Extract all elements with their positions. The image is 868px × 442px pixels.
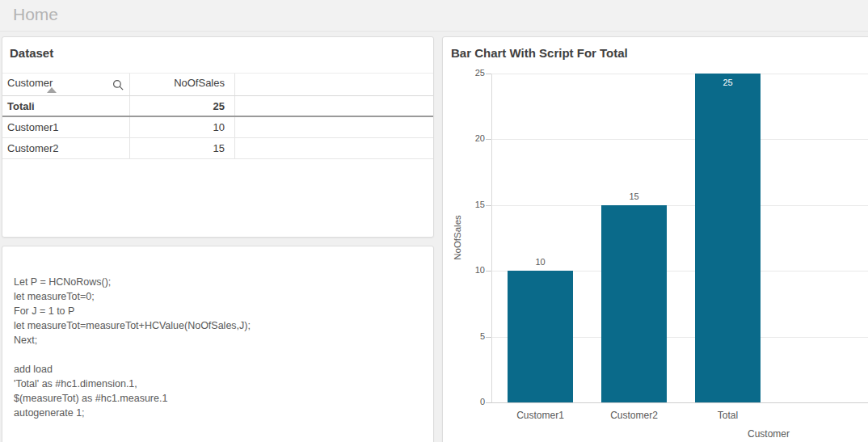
y-tick-mark	[486, 271, 491, 272]
y-tick-label: 0	[443, 397, 485, 406]
customer-cell[interactable]: Totali	[2, 96, 130, 116]
bar[interactable]	[601, 205, 667, 402]
table-row: Customer110	[2, 117, 433, 138]
script-line: Let P = HCNoRows();	[14, 275, 427, 289]
y-tick-mark	[486, 74, 491, 74]
sheet-title: Home	[13, 5, 58, 24]
script-line	[14, 347, 427, 362]
script-line: add load	[14, 362, 427, 377]
bar[interactable]	[508, 271, 573, 402]
sort-ascending-icon	[47, 87, 57, 93]
y-tick-label: 10	[443, 265, 485, 275]
chart-title: Bar Chart With Script For Total	[451, 46, 628, 60]
sales-cell: 10	[130, 117, 235, 137]
customer-cell[interactable]: Customer2	[2, 138, 130, 158]
filler-cell	[235, 117, 433, 137]
grid-line	[491, 74, 868, 74]
sales-cell: 15	[130, 138, 235, 158]
y-tick-mark	[486, 139, 491, 140]
bar[interactable]	[695, 74, 761, 402]
x-axis-category-label: Customer1	[492, 410, 589, 421]
bar-chart-panel: Bar Chart With Script For Total 05101520…	[442, 36, 868, 442]
script-line: For J = 1 to P	[14, 304, 427, 318]
dataset-panel-title: Dataset	[10, 46, 53, 60]
script-line: $(measureTot) as #hc1.measure.1	[14, 391, 427, 406]
y-tick-label: 15	[443, 200, 485, 209]
y-tick-mark	[486, 337, 491, 338]
grid-line	[491, 205, 868, 206]
bar-value-label: 15	[601, 192, 667, 201]
bar-value-label: 10	[508, 257, 573, 267]
bar-value-label: 25	[695, 78, 761, 87]
table-row: Customer215	[2, 138, 433, 159]
y-axis-title: NoOfSales	[453, 215, 462, 260]
y-tick-label: 5	[443, 331, 485, 341]
grid-line	[491, 139, 868, 140]
column-header-label: Customer	[7, 77, 53, 89]
x-axis-category-label: Total	[680, 410, 777, 421]
dataset-table: CustomerNoOfSalesTotali25Customer110Cust…	[2, 73, 433, 159]
script-panel: Let P = HCNoRows();let measureTot=0;For …	[2, 246, 434, 442]
y-tick-label: 20	[443, 133, 485, 143]
table-header-row: CustomerNoOfSales	[2, 73, 433, 96]
y-tick-label: 25	[443, 68, 485, 78]
dataset-panel: Dataset CustomerNoOfSalesTotali25Custome…	[2, 36, 434, 238]
script-line: let measureTot=measureTot+HCValue(NoOfSa…	[14, 318, 427, 333]
column-header-sales[interactable]: NoOfSales	[130, 74, 235, 95]
y-tick-mark	[486, 402, 491, 403]
x-axis-baseline	[491, 402, 868, 403]
script-line: let measureTot=0;	[14, 289, 427, 304]
script-line: autogenerate 1;	[14, 406, 427, 420]
column-header-filler	[235, 74, 433, 95]
search-icon[interactable]	[112, 79, 124, 91]
x-axis-category-label: Customer2	[586, 410, 683, 421]
x-axis-title: Customer	[720, 428, 817, 440]
filler-cell	[235, 138, 433, 158]
script-line: Next;	[14, 333, 427, 347]
script-line: 'Total' as #hc1.dimension.1,	[14, 377, 427, 391]
table-row: Totali25	[2, 96, 433, 117]
sales-cell: 25	[130, 96, 235, 116]
column-header-customer[interactable]: Customer	[2, 74, 130, 95]
sheet-header: Home	[0, 0, 868, 32]
y-axis-line	[491, 74, 492, 402]
filler-cell	[235, 96, 433, 116]
y-tick-mark	[486, 205, 491, 206]
script-text: Let P = HCNoRows();let measureTot=0;For …	[14, 275, 427, 420]
customer-cell[interactable]: Customer1	[2, 117, 130, 137]
